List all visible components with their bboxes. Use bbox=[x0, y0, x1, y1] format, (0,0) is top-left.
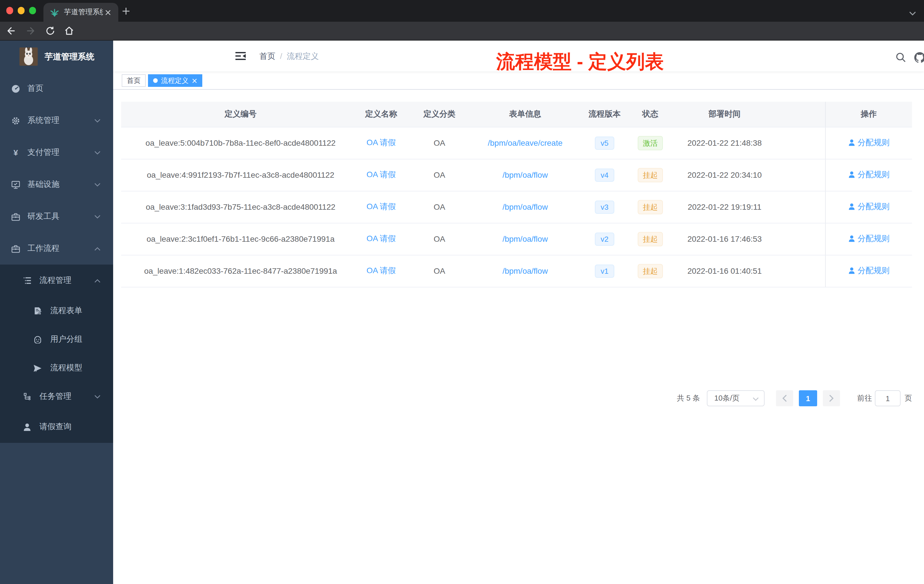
browser-tab[interactable]: 芋道管理系统 bbox=[43, 3, 118, 22]
version-tag: v2 bbox=[595, 232, 614, 246]
sidebar-item-payment[interactable]: ¥ 支付管理 bbox=[0, 137, 113, 168]
definition-name-link[interactable]: OA 请假 bbox=[366, 234, 396, 243]
tag-close-icon[interactable] bbox=[192, 78, 197, 83]
form-link[interactable]: /bpm/oa/flow bbox=[503, 202, 548, 211]
back-icon[interactable] bbox=[6, 26, 16, 36]
org-tree-icon bbox=[23, 393, 31, 401]
status-tag: 挂起 bbox=[638, 232, 663, 246]
breadcrumb-separator: / bbox=[280, 51, 282, 62]
sidebar-item-user-group[interactable]: 用户分组 bbox=[0, 325, 113, 354]
toolbox-icon bbox=[12, 212, 20, 221]
next-page-button[interactable] bbox=[823, 390, 840, 406]
minimize-window-button[interactable] bbox=[18, 7, 25, 14]
tag-process-definition[interactable]: 流程定义 bbox=[148, 74, 202, 87]
tab-search-chevron-icon[interactable] bbox=[909, 12, 916, 15]
new-tab-button[interactable] bbox=[122, 7, 130, 15]
cell-category: OA bbox=[402, 191, 477, 223]
col-form-info: 表单信息 bbox=[477, 102, 574, 127]
chevron-down-icon bbox=[94, 214, 101, 219]
chevron-down-icon bbox=[94, 150, 101, 155]
chevron-right-icon bbox=[829, 395, 834, 402]
form-link[interactable]: /bpm/oa/flow bbox=[503, 170, 548, 180]
cell-deploy-time: 2022-01-22 19:19:11 bbox=[665, 191, 784, 223]
sidebar-item-system[interactable]: 系统管理 bbox=[0, 105, 113, 137]
sidebar-item-home[interactable]: 首页 bbox=[0, 73, 113, 105]
definition-name-link[interactable]: OA 请假 bbox=[366, 266, 396, 275]
version-tag: v5 bbox=[595, 136, 614, 149]
cell-id: oa_leave:3:1fad3d93-7b75-11ec-a3c8-acde4… bbox=[121, 191, 360, 223]
paper-plane-icon bbox=[33, 364, 42, 372]
col-status: 状态 bbox=[635, 102, 665, 127]
assign-rule-button[interactable]: 分配规则 bbox=[848, 138, 890, 148]
yen-icon: ¥ bbox=[12, 148, 20, 157]
maximize-window-button[interactable] bbox=[29, 7, 36, 14]
sidebar-item-leave-query[interactable]: 请假查询 bbox=[0, 411, 113, 443]
cell-deploy-time: 2022-01-22 21:48:38 bbox=[665, 127, 784, 159]
assign-rule-button[interactable]: 分配规则 bbox=[848, 266, 890, 276]
sidebar-item-process-mgmt[interactable]: 流程管理 bbox=[0, 265, 113, 297]
annotation-title: 流程模型 - 定义列表 bbox=[486, 49, 674, 75]
assign-rule-button[interactable]: 分配规则 bbox=[848, 202, 890, 212]
tree-list-icon bbox=[23, 277, 31, 285]
dashboard-icon bbox=[12, 84, 20, 93]
browser-tab-strip: 芋道管理系统 bbox=[0, 0, 924, 22]
browser-toolbar: 不安全 dashboard.yudao.iocoder.cn/bpm/manag… bbox=[0, 22, 924, 41]
sidebar-item-process-model[interactable]: 流程模型 bbox=[0, 354, 113, 382]
cell-id: oa_leave:2:3c1f0ef1-76b1-11ec-9c66-a2380… bbox=[121, 223, 360, 255]
pagination: 共 5 条 10条/页 1 前往 1 页 bbox=[677, 390, 912, 406]
col-deploy-time: 部署时间 bbox=[665, 102, 784, 127]
logo-row: 芋道管理系统 bbox=[0, 41, 113, 73]
status-tag: 挂起 bbox=[638, 168, 663, 182]
sidebar-toggle-icon[interactable] bbox=[236, 51, 246, 61]
goto-label: 前往 bbox=[857, 393, 872, 403]
reload-icon[interactable] bbox=[45, 26, 55, 36]
sidebar-item-process-form[interactable]: 流程表单 bbox=[0, 297, 113, 325]
table-row: oa_leave:1:482ec033-762a-11ec-8477-a2380… bbox=[121, 255, 912, 287]
main-content: 定义编号 定义名称 定义分类 表单信息 流程版本 状态 部署时间 操作 oa_l… bbox=[113, 90, 924, 584]
sidebar-item-workflow[interactable]: 工作流程 bbox=[0, 233, 113, 265]
col-process-version: 流程版本 bbox=[574, 102, 635, 127]
status-tag: 挂起 bbox=[638, 264, 663, 278]
goto-page-input[interactable]: 1 bbox=[875, 390, 901, 406]
table-row: oa_leave:4:991f2193-7b7f-11ec-a3c8-acde4… bbox=[121, 159, 912, 191]
page-number-current[interactable]: 1 bbox=[799, 390, 817, 406]
definition-name-link[interactable]: OA 请假 bbox=[366, 170, 396, 179]
sidebar-item-task-mgmt[interactable]: 任务管理 bbox=[0, 382, 113, 411]
home-icon[interactable] bbox=[64, 26, 74, 36]
sidebar-item-infra[interactable]: 基础设施 bbox=[0, 168, 113, 201]
tag-home[interactable]: 首页 bbox=[122, 74, 146, 87]
chevron-left-icon bbox=[782, 395, 787, 402]
search-icon[interactable] bbox=[896, 52, 906, 62]
chevron-down-icon bbox=[752, 397, 759, 401]
status-tag: 激活 bbox=[638, 136, 663, 150]
forward-icon[interactable] bbox=[26, 26, 36, 36]
breadcrumb-home[interactable]: 首页 bbox=[259, 51, 276, 62]
table-row: oa_leave:2:3c1f0ef1-76b1-11ec-9c66-a2380… bbox=[121, 223, 912, 255]
page-size-select[interactable]: 10条/页 bbox=[707, 390, 765, 406]
user-icon bbox=[848, 171, 855, 178]
definition-name-link[interactable]: OA 请假 bbox=[366, 138, 396, 147]
form-link[interactable]: /bpm/oa/flow bbox=[503, 266, 548, 276]
form-link[interactable]: /bpm/oa/flow bbox=[503, 234, 548, 243]
status-tag: 挂起 bbox=[638, 200, 663, 214]
tab-close-icon[interactable] bbox=[105, 10, 111, 15]
assign-rule-button[interactable]: 分配规则 bbox=[848, 170, 890, 180]
breadcrumb: 首页 / 流程定义 bbox=[259, 51, 319, 62]
github-icon[interactable] bbox=[914, 52, 924, 63]
definition-name-link[interactable]: OA 请假 bbox=[366, 202, 396, 211]
sidebar-item-devtools[interactable]: 研发工具 bbox=[0, 201, 113, 233]
close-window-button[interactable] bbox=[6, 7, 13, 14]
col-definition-category: 定义分类 bbox=[402, 102, 477, 127]
table-row: oa_leave:5:004b710b-7b8a-11ec-8ef0-acde4… bbox=[121, 127, 912, 159]
cell-deploy-time: 2022-01-22 20:34:10 bbox=[665, 159, 784, 191]
monitor-icon bbox=[12, 180, 20, 189]
pagination-total: 共 5 条 bbox=[677, 393, 700, 403]
cell-category: OA bbox=[402, 127, 477, 159]
prev-page-button[interactable] bbox=[776, 390, 793, 406]
robot-icon bbox=[33, 335, 41, 343]
assign-rule-button[interactable]: 分配规则 bbox=[848, 234, 890, 244]
form-link[interactable]: /bpm/oa/leave/create bbox=[488, 138, 563, 147]
definition-table: 定义编号 定义名称 定义分类 表单信息 流程版本 状态 部署时间 操作 oa_l… bbox=[121, 102, 912, 287]
user-icon bbox=[848, 235, 855, 243]
svg-text:¥: ¥ bbox=[13, 148, 18, 157]
